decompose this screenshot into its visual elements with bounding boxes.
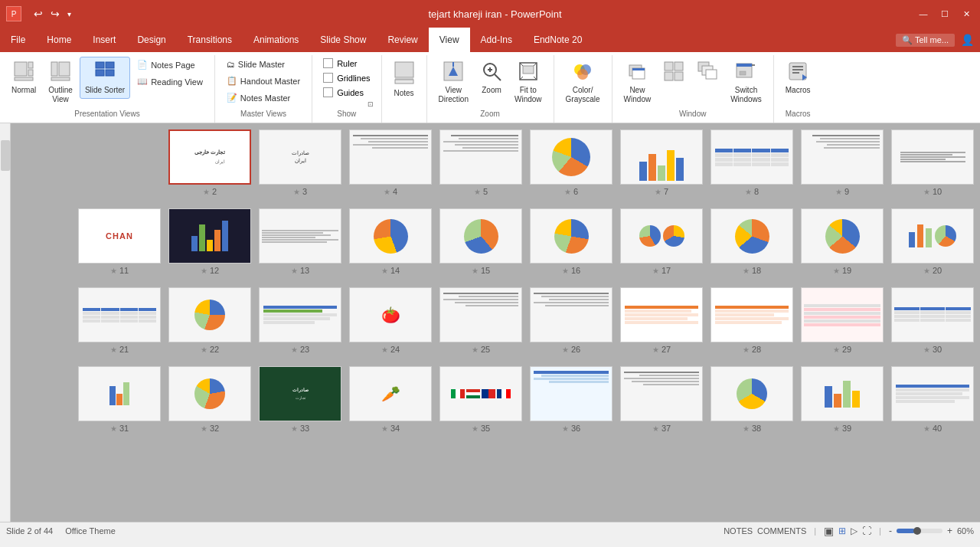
new-window-button[interactable]: NewWindow bbox=[619, 57, 657, 108]
minimize-button[interactable]: — bbox=[916, 8, 931, 20]
tab-endnote[interactable]: EndNote 20 bbox=[523, 28, 593, 52]
slide-thumb-18[interactable] bbox=[710, 208, 793, 264]
tab-review[interactable]: Review bbox=[377, 28, 428, 52]
slide-item-12[interactable]: ★ 12 bbox=[168, 208, 251, 275]
zoom-in-button[interactable]: + bbox=[947, 526, 952, 536]
slide-item-18[interactable]: ★ 18 bbox=[710, 208, 793, 275]
slide-item-19[interactable]: ★ 19 bbox=[801, 208, 884, 275]
tab-home[interactable]: Home bbox=[36, 28, 82, 52]
slide-thumb-23[interactable] bbox=[259, 287, 341, 342]
slide-thumb-27[interactable] bbox=[620, 287, 703, 342]
slide-master-button[interactable]: 🗂 Slide Master bbox=[221, 57, 305, 72]
slide-thumb-32[interactable] bbox=[168, 366, 251, 421]
notes-page-button[interactable]: 📄 Notes Page bbox=[132, 57, 208, 73]
notes-master-button[interactable]: 📝 Notes Master bbox=[221, 90, 305, 106]
slide-thumb-36[interactable] bbox=[530, 366, 612, 421]
slide-item-7[interactable]: ★ 7 bbox=[620, 129, 703, 196]
view-normal-status[interactable]: ▣ bbox=[824, 525, 834, 537]
ruler-checkbox[interactable] bbox=[323, 58, 333, 68]
close-button[interactable]: ✕ bbox=[959, 8, 974, 20]
slide-thumb-19[interactable] bbox=[801, 208, 884, 264]
slide-item-31[interactable]: ★ 31 bbox=[78, 366, 161, 433]
outline-view-button[interactable]: OutlineView bbox=[43, 57, 78, 108]
gridlines-checkbox-item[interactable]: Gridlines bbox=[318, 71, 374, 84]
slide-thumb-4[interactable] bbox=[349, 129, 432, 185]
scroll-thumb[interactable] bbox=[1, 140, 10, 171]
slide-thumb-38[interactable] bbox=[710, 366, 793, 421]
slide-thumb-2[interactable]: تجارت خارجی ایران bbox=[168, 129, 251, 185]
slide-item-33[interactable]: صادرات تجارت ★ 33 bbox=[259, 366, 341, 433]
tab-slideshow[interactable]: Slide Show bbox=[309, 28, 377, 52]
view-direction-button[interactable]: ViewDirection bbox=[433, 57, 474, 108]
customize-button[interactable]: ▾ bbox=[64, 8, 74, 20]
slide-sorter-button[interactable]: Slide Sorter bbox=[80, 57, 130, 99]
slide-item-5[interactable]: ★ 5 bbox=[439, 129, 522, 196]
ruler-checkbox-item[interactable]: Ruler bbox=[318, 57, 361, 70]
slide-item-16[interactable]: ★ 16 bbox=[530, 208, 612, 275]
left-scrollbar[interactable] bbox=[0, 123, 11, 522]
handout-master-button[interactable]: 📋 Handout Master bbox=[221, 73, 305, 89]
normal-view-button[interactable]: Normal bbox=[6, 57, 41, 99]
zoom-slider[interactable] bbox=[897, 529, 942, 533]
slide-item-23[interactable]: ★ 23 bbox=[259, 287, 341, 354]
guides-checkbox[interactable] bbox=[323, 87, 333, 97]
slide-item-22[interactable]: ★ 22 bbox=[168, 287, 251, 354]
slide-thumb-40[interactable] bbox=[891, 366, 974, 421]
zoom-button[interactable]: Zoom bbox=[475, 57, 508, 99]
slide-thumb-9[interactable] bbox=[801, 129, 884, 185]
slide-thumb-3[interactable]: صادراتایران bbox=[259, 129, 341, 185]
slide-item-3[interactable]: صادراتایران ★ 3 bbox=[259, 129, 341, 196]
slide-thumb-12[interactable] bbox=[168, 208, 251, 264]
show-dialog-icon[interactable]: ⊡ bbox=[368, 100, 374, 108]
slide-item-37[interactable]: ★ 37 bbox=[620, 366, 703, 433]
macros-button[interactable]: Macros bbox=[780, 57, 816, 99]
undo-button[interactable]: ↩ bbox=[31, 6, 46, 21]
slide-thumb-22[interactable] bbox=[168, 287, 251, 342]
slide-item-21[interactable]: ★ 21 bbox=[78, 287, 161, 354]
slide-thumb-5[interactable] bbox=[439, 129, 522, 185]
view-reading-status[interactable]: ▷ bbox=[851, 526, 858, 536]
tab-view[interactable]: View bbox=[429, 28, 470, 52]
tab-transitions[interactable]: Transitions bbox=[177, 28, 243, 52]
notes-button[interactable]: Notes bbox=[388, 57, 420, 102]
guides-checkbox-item[interactable]: Guides bbox=[318, 86, 368, 99]
tab-design[interactable]: Design bbox=[126, 28, 176, 52]
slide-thumb-20[interactable] bbox=[891, 208, 974, 264]
slide-item-13[interactable]: ★ 13 bbox=[259, 208, 341, 275]
zoom-slider-thumb[interactable] bbox=[913, 527, 921, 535]
slide-item-11[interactable]: CHAN ★ 11 bbox=[78, 208, 161, 275]
slide-item-15[interactable]: ★ 15 bbox=[439, 208, 522, 275]
slide-item-28[interactable]: ★ 28 bbox=[710, 287, 793, 354]
slide-thumb-34[interactable]: 🥕 bbox=[349, 366, 432, 421]
slide-item-17[interactable]: ★ 17 bbox=[620, 208, 703, 275]
slide-item-8[interactable]: ★ 8 bbox=[710, 129, 793, 196]
slide-thumb-10[interactable] bbox=[891, 129, 974, 185]
slide-item-38[interactable]: ★ 38 bbox=[710, 366, 793, 433]
reading-view-button[interactable]: 📖 Reading View bbox=[132, 74, 208, 90]
view-sorter-status[interactable]: ⊞ bbox=[838, 526, 846, 536]
slide-thumb-17[interactable] bbox=[620, 208, 703, 264]
slide-thumb-28[interactable] bbox=[710, 287, 793, 342]
slide-thumb-30[interactable] bbox=[891, 287, 974, 342]
slide-thumb-29[interactable] bbox=[801, 287, 884, 342]
switch-windows-button[interactable]: SwitchWindows bbox=[725, 57, 767, 108]
slide-thumb-11[interactable]: CHAN bbox=[78, 208, 161, 264]
gridlines-checkbox[interactable] bbox=[323, 73, 333, 83]
slide-item-10[interactable]: ★ 10 bbox=[891, 129, 974, 196]
slide-thumb-31[interactable] bbox=[78, 366, 161, 421]
slide-thumb-35[interactable] bbox=[439, 366, 522, 421]
comments-button-status[interactable]: COMMENTS bbox=[757, 526, 806, 536]
slide-thumb-33[interactable]: صادرات تجارت bbox=[259, 366, 341, 421]
slide-item-4[interactable]: ★ 4 bbox=[349, 129, 432, 196]
slide-item-6[interactable]: ★ 6 bbox=[530, 129, 612, 196]
slide-thumb-26[interactable] bbox=[530, 287, 612, 342]
tab-animations[interactable]: Animations bbox=[243, 28, 309, 52]
slide-item-27[interactable]: ★ 27 bbox=[620, 287, 703, 354]
cascade-button[interactable] bbox=[691, 57, 724, 90]
tab-addins[interactable]: Add-Ins bbox=[470, 28, 523, 52]
slide-thumb-14[interactable] bbox=[349, 208, 432, 264]
slide-thumb-6[interactable] bbox=[530, 129, 612, 185]
tell-me-input[interactable]: 🔍 Tell me... bbox=[896, 34, 955, 47]
tab-file[interactable]: File bbox=[0, 28, 36, 52]
color-grayscale-button[interactable]: Color/Grayscale bbox=[560, 57, 606, 108]
